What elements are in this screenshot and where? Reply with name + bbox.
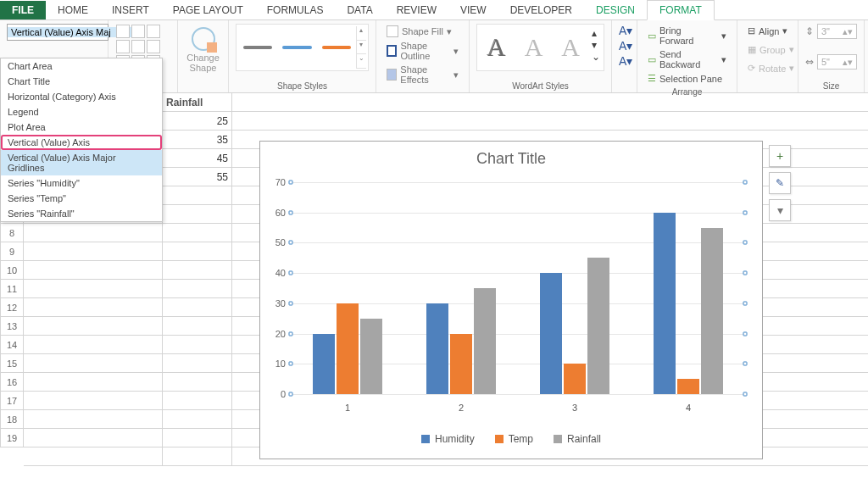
tab-formulas[interactable]: FORMULAS (255, 1, 336, 19)
style-swatch[interactable] (322, 46, 351, 49)
shape-height-input[interactable]: 3"▴▾ (817, 24, 857, 39)
dd-series-humidity[interactable]: Series "Humidity" (1, 175, 162, 191)
shape-icon[interactable] (147, 25, 160, 38)
dd-vertical-axis[interactable]: Vertical (Value) Axis (1, 135, 162, 150)
bar-temp[interactable] (337, 303, 359, 394)
chart-filters-button[interactable]: ▾ (769, 199, 791, 221)
row-header[interactable]: 8 (0, 224, 24, 242)
shape-fill-button[interactable]: Shape Fill ▾ (383, 24, 462, 39)
gallery-expand[interactable]: ▴▾⌄ (356, 26, 366, 69)
shape-icon[interactable] (147, 40, 160, 53)
group-label-size: Size (805, 80, 857, 91)
legend-item[interactable]: Rainfall (554, 433, 601, 445)
dd-vertical-axis-gridlines[interactable]: Vertical (Value) Axis Major Gridlines (1, 150, 162, 175)
dd-horizontal-axis[interactable]: Horizontal (Category) Axis (1, 89, 162, 104)
tab-developer[interactable]: DEVELOPER (498, 1, 584, 19)
align-icon: ⊟ (748, 25, 755, 36)
bar-humidity[interactable] (426, 303, 448, 394)
style-swatch[interactable] (243, 46, 272, 49)
tab-file[interactable]: FILE (0, 1, 46, 19)
chart-element-selector[interactable]: ▾ (7, 24, 108, 41)
shape-icon[interactable] (116, 25, 130, 38)
send-backward-button[interactable]: ▭Send Backward ▾ (644, 47, 730, 71)
ribbon: ▾ ert Shapes Chart Area Chart Title Hori… (0, 20, 868, 93)
row-header[interactable]: 9 (0, 242, 24, 261)
ribbon-tabs: FILE HOME INSERT PAGE LAYOUT FORMULAS DA… (0, 0, 868, 20)
bar-rainfall[interactable] (474, 288, 496, 394)
effects-icon (387, 69, 397, 81)
dd-legend[interactable]: Legend (1, 104, 162, 119)
change-shape-button[interactable]: Change Shape (185, 24, 221, 76)
bring-forward-button[interactable]: ▭Bring Forward ▾ (644, 24, 730, 47)
plot-area[interactable]: 1234 (291, 182, 745, 394)
y-axis[interactable]: 010203040506070 (267, 182, 287, 394)
dd-plot-area[interactable]: Plot Area (1, 119, 162, 135)
text-effects-icon[interactable]: A▾ (619, 54, 630, 68)
rotate-button[interactable]: ⟳Rotate ▾ (744, 61, 791, 75)
bar-temp[interactable] (450, 334, 472, 394)
bar-temp[interactable] (677, 379, 699, 394)
tab-home[interactable]: HOME (46, 1, 100, 19)
gallery-expand[interactable]: ▴▾⌄ (592, 27, 600, 68)
tab-page-layout[interactable]: PAGE LAYOUT (161, 1, 255, 19)
row-header[interactable]: 16 (0, 373, 24, 392)
row-header[interactable]: 18 (0, 410, 24, 429)
shape-icon[interactable] (116, 40, 130, 53)
wordart-gallery[interactable]: A A A ▴▾⌄ (476, 24, 604, 71)
tab-design[interactable]: DESIGN (584, 1, 647, 19)
bar-humidity[interactable] (540, 273, 562, 394)
bar-rainfall[interactable] (701, 228, 723, 394)
chart-title[interactable]: Chart Title (260, 142, 762, 173)
row-header[interactable]: 17 (0, 392, 24, 410)
dd-chart-area[interactable]: Chart Area (1, 58, 162, 74)
chart-element-dropdown[interactable]: Chart Area Chart Title Horizontal (Categ… (0, 58, 163, 222)
row-header[interactable]: 14 (0, 336, 24, 354)
bar-rainfall[interactable] (360, 319, 382, 394)
wordart-style[interactable]: A (481, 30, 513, 65)
embedded-chart[interactable]: Chart Title 010203040506070 1234 Humidit… (259, 141, 763, 459)
legend[interactable]: HumidityTempRainfall (260, 433, 762, 445)
text-fill-icon[interactable]: A▾ (619, 24, 630, 37)
tab-review[interactable]: REVIEW (385, 1, 448, 19)
selection-pane-button[interactable]: ☰Selection Pane (644, 71, 730, 86)
tab-view[interactable]: VIEW (448, 1, 498, 19)
tab-data[interactable]: DATA (335, 1, 384, 19)
tab-insert[interactable]: INSERT (100, 1, 161, 19)
chart-styles-button[interactable]: ✎ (769, 172, 791, 194)
group-arrange-right: ⊟Align ▾ ▦Group ▾ ⟳Rotate ▾ (737, 20, 798, 92)
wordart-style[interactable]: A (554, 30, 587, 65)
shape-style-gallery[interactable]: ▴▾⌄ (236, 24, 369, 71)
shape-outline-button[interactable]: Shape Outline ▾ (383, 39, 462, 63)
dd-series-rainfall[interactable]: Series "Rainfall" (1, 206, 162, 221)
shape-icon[interactable] (131, 25, 145, 38)
tab-format[interactable]: FORMAT (647, 0, 715, 20)
row-header[interactable]: 19 (0, 429, 24, 447)
align-button[interactable]: ⊟Align ▾ (744, 24, 791, 38)
bars[interactable]: 1234 (291, 182, 745, 394)
style-swatch[interactable] (282, 46, 311, 49)
group-shape-styles-opts: Shape Fill ▾ Shape Outline ▾ Shape Effec… (376, 20, 470, 92)
group-button[interactable]: ▦Group ▾ (744, 42, 791, 57)
chart-elements-button[interactable]: + (769, 145, 791, 167)
legend-item[interactable]: Humidity (421, 433, 475, 445)
shape-effects-button[interactable]: Shape Effects ▾ (383, 63, 462, 86)
bar-humidity[interactable] (654, 213, 676, 394)
group-size: ⇕3"▴▾ ⇔5"▴▾ Size (798, 20, 865, 92)
text-outline-icon[interactable]: A▾ (619, 39, 630, 53)
bar-temp[interactable] (564, 364, 586, 394)
dd-chart-title[interactable]: Chart Title (1, 74, 162, 89)
wordart-style[interactable]: A (518, 30, 550, 65)
bar-rainfall[interactable] (587, 258, 609, 394)
legend-item[interactable]: Temp (495, 433, 533, 445)
row-header[interactable]: 12 (0, 298, 24, 317)
dd-series-temp[interactable]: Series "Temp" (1, 191, 162, 206)
shape-width-input[interactable]: 5"▴▾ (817, 54, 857, 69)
shape-icon[interactable] (131, 40, 145, 53)
bar-humidity[interactable] (313, 334, 335, 394)
row-header[interactable]: 15 (0, 354, 24, 373)
row-header[interactable]: 11 (0, 280, 24, 298)
pencil-icon (387, 45, 397, 57)
row-header[interactable]: 13 (0, 317, 24, 336)
x-tick-label: 2 (404, 403, 518, 413)
row-header[interactable]: 10 (0, 261, 24, 280)
